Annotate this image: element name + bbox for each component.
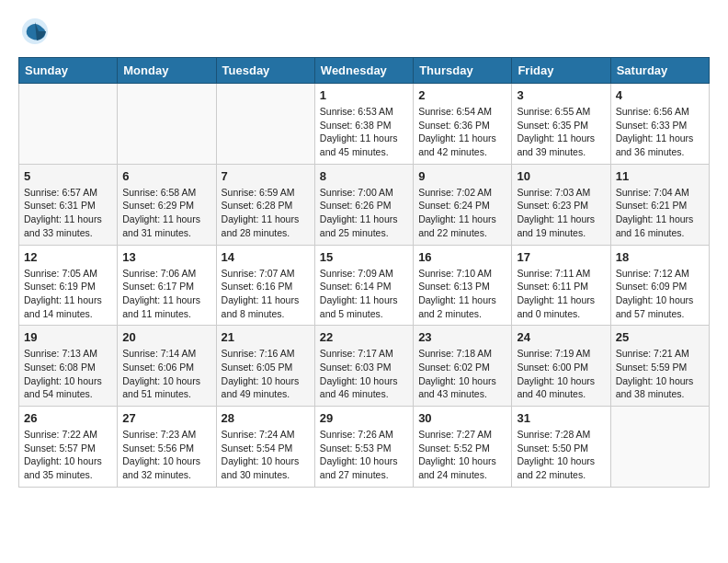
- cell-content: Sunrise: 6:55 AMSunset: 6:35 PMDaylight:…: [517, 105, 605, 159]
- calendar-cell: 17Sunrise: 7:11 AMSunset: 6:11 PMDayligh…: [512, 245, 610, 326]
- day-number: 22: [320, 330, 408, 344]
- day-number: 15: [320, 250, 408, 264]
- weekday-header-wednesday: Wednesday: [314, 58, 413, 84]
- day-number: 19: [24, 330, 112, 344]
- cell-content: Sunrise: 6:56 AMSunset: 6:33 PMDaylight:…: [616, 105, 704, 159]
- cell-content: Sunrise: 7:03 AMSunset: 6:23 PMDaylight:…: [517, 186, 605, 240]
- calendar-cell: 9Sunrise: 7:02 AMSunset: 6:24 PMDaylight…: [414, 164, 512, 245]
- cell-content: Sunrise: 7:13 AMSunset: 6:08 PMDaylight:…: [24, 347, 112, 401]
- page-header: [18, 15, 710, 48]
- calendar-cell: 24Sunrise: 7:19 AMSunset: 6:00 PMDayligh…: [512, 326, 610, 407]
- calendar-cell: 7Sunrise: 6:59 AMSunset: 6:28 PMDaylight…: [216, 164, 314, 245]
- calendar-cell: 8Sunrise: 7:00 AMSunset: 6:26 PMDaylight…: [314, 164, 413, 245]
- cell-content: Sunrise: 6:57 AMSunset: 6:31 PMDaylight:…: [24, 186, 112, 240]
- weekday-header-thursday: Thursday: [414, 58, 512, 84]
- calendar-cell: 1Sunrise: 6:53 AMSunset: 6:38 PMDaylight…: [314, 84, 413, 165]
- day-number: 24: [517, 330, 605, 344]
- day-number: 1: [320, 88, 408, 102]
- day-number: 11: [616, 169, 704, 183]
- day-number: 27: [122, 411, 210, 425]
- day-number: 30: [418, 411, 506, 425]
- calendar-cell: 29Sunrise: 7:26 AMSunset: 5:53 PMDayligh…: [314, 407, 413, 488]
- day-number: 18: [616, 250, 704, 264]
- day-number: 9: [418, 169, 506, 183]
- calendar-week-row: 19Sunrise: 7:13 AMSunset: 6:08 PMDayligh…: [19, 326, 710, 407]
- day-number: 29: [320, 411, 408, 425]
- calendar-cell: 13Sunrise: 7:06 AMSunset: 6:17 PMDayligh…: [118, 245, 216, 326]
- cell-content: Sunrise: 6:54 AMSunset: 6:36 PMDaylight:…: [418, 105, 506, 159]
- cell-content: Sunrise: 7:06 AMSunset: 6:17 PMDaylight:…: [122, 267, 210, 321]
- weekday-header-saturday: Saturday: [610, 58, 709, 84]
- cell-content: Sunrise: 7:02 AMSunset: 6:24 PMDaylight:…: [418, 186, 506, 240]
- calendar-cell: 23Sunrise: 7:18 AMSunset: 6:02 PMDayligh…: [414, 326, 512, 407]
- day-number: 6: [122, 169, 210, 183]
- calendar-cell: 4Sunrise: 6:56 AMSunset: 6:33 PMDaylight…: [610, 84, 709, 165]
- weekday-header-monday: Monday: [118, 58, 216, 84]
- day-number: 16: [418, 250, 506, 264]
- cell-content: Sunrise: 7:07 AMSunset: 6:16 PMDaylight:…: [222, 267, 310, 321]
- weekday-header-sunday: Sunday: [19, 58, 118, 84]
- calendar-cell: 15Sunrise: 7:09 AMSunset: 6:14 PMDayligh…: [314, 245, 413, 326]
- cell-content: Sunrise: 7:11 AMSunset: 6:11 PMDaylight:…: [517, 267, 605, 321]
- cell-content: Sunrise: 7:18 AMSunset: 6:02 PMDaylight:…: [418, 347, 506, 401]
- day-number: 23: [418, 330, 506, 344]
- calendar-cell: [19, 84, 118, 165]
- cell-content: Sunrise: 7:16 AMSunset: 6:05 PMDaylight:…: [222, 347, 310, 401]
- calendar-week-row: 12Sunrise: 7:05 AMSunset: 6:19 PMDayligh…: [19, 245, 710, 326]
- logo: [18, 15, 55, 48]
- cell-content: Sunrise: 7:24 AMSunset: 5:54 PMDaylight:…: [222, 428, 310, 482]
- calendar-cell: 30Sunrise: 7:27 AMSunset: 5:52 PMDayligh…: [414, 407, 512, 488]
- day-number: 8: [320, 169, 408, 183]
- cell-content: Sunrise: 7:19 AMSunset: 6:00 PMDaylight:…: [517, 347, 605, 401]
- day-number: 10: [517, 169, 605, 183]
- cell-content: Sunrise: 7:09 AMSunset: 6:14 PMDaylight:…: [320, 267, 408, 321]
- cell-content: Sunrise: 7:10 AMSunset: 6:13 PMDaylight:…: [418, 267, 506, 321]
- calendar-cell: [118, 84, 216, 165]
- calendar-cell: 18Sunrise: 7:12 AMSunset: 6:09 PMDayligh…: [610, 245, 709, 326]
- cell-content: Sunrise: 7:12 AMSunset: 6:09 PMDaylight:…: [616, 267, 704, 321]
- calendar-cell: [216, 84, 314, 165]
- day-number: 2: [418, 88, 506, 102]
- calendar-cell: 21Sunrise: 7:16 AMSunset: 6:05 PMDayligh…: [216, 326, 314, 407]
- calendar-cell: 11Sunrise: 7:04 AMSunset: 6:21 PMDayligh…: [610, 164, 709, 245]
- calendar-week-row: 1Sunrise: 6:53 AMSunset: 6:38 PMDaylight…: [19, 84, 710, 165]
- calendar-cell: 5Sunrise: 6:57 AMSunset: 6:31 PMDaylight…: [19, 164, 118, 245]
- calendar-table: SundayMondayTuesdayWednesdayThursdayFrid…: [18, 57, 710, 488]
- calendar-cell: 12Sunrise: 7:05 AMSunset: 6:19 PMDayligh…: [19, 245, 118, 326]
- calendar-cell: 22Sunrise: 7:17 AMSunset: 6:03 PMDayligh…: [314, 326, 413, 407]
- calendar-cell: 2Sunrise: 6:54 AMSunset: 6:36 PMDaylight…: [414, 84, 512, 165]
- calendar-cell: 16Sunrise: 7:10 AMSunset: 6:13 PMDayligh…: [414, 245, 512, 326]
- cell-content: Sunrise: 7:26 AMSunset: 5:53 PMDaylight:…: [320, 428, 408, 482]
- calendar-week-row: 26Sunrise: 7:22 AMSunset: 5:57 PMDayligh…: [19, 407, 710, 488]
- calendar-week-row: 5Sunrise: 6:57 AMSunset: 6:31 PMDaylight…: [19, 164, 710, 245]
- cell-content: Sunrise: 6:58 AMSunset: 6:29 PMDaylight:…: [122, 186, 210, 240]
- day-number: 7: [222, 169, 310, 183]
- day-number: 12: [24, 250, 112, 264]
- calendar-cell: 25Sunrise: 7:21 AMSunset: 5:59 PMDayligh…: [610, 326, 709, 407]
- logo-icon: [18, 15, 51, 48]
- day-number: 28: [222, 411, 310, 425]
- day-number: 3: [517, 88, 605, 102]
- day-number: 25: [616, 330, 704, 344]
- weekday-header-tuesday: Tuesday: [216, 58, 314, 84]
- day-number: 31: [517, 411, 605, 425]
- day-number: 26: [24, 411, 112, 425]
- calendar-cell: 28Sunrise: 7:24 AMSunset: 5:54 PMDayligh…: [216, 407, 314, 488]
- calendar-cell: 26Sunrise: 7:22 AMSunset: 5:57 PMDayligh…: [19, 407, 118, 488]
- cell-content: Sunrise: 7:05 AMSunset: 6:19 PMDaylight:…: [24, 267, 112, 321]
- day-number: 20: [122, 330, 210, 344]
- day-number: 5: [24, 169, 112, 183]
- cell-content: Sunrise: 7:28 AMSunset: 5:50 PMDaylight:…: [517, 428, 605, 482]
- cell-content: Sunrise: 7:04 AMSunset: 6:21 PMDaylight:…: [616, 186, 704, 240]
- calendar-cell: 31Sunrise: 7:28 AMSunset: 5:50 PMDayligh…: [512, 407, 610, 488]
- calendar-cell: [610, 407, 709, 488]
- day-number: 21: [222, 330, 310, 344]
- day-number: 4: [616, 88, 704, 102]
- day-number: 17: [517, 250, 605, 264]
- day-number: 13: [122, 250, 210, 264]
- weekday-header-row: SundayMondayTuesdayWednesdayThursdayFrid…: [19, 58, 710, 84]
- cell-content: Sunrise: 7:17 AMSunset: 6:03 PMDaylight:…: [320, 347, 408, 401]
- weekday-header-friday: Friday: [512, 58, 610, 84]
- cell-content: Sunrise: 7:23 AMSunset: 5:56 PMDaylight:…: [122, 428, 210, 482]
- cell-content: Sunrise: 7:27 AMSunset: 5:52 PMDaylight:…: [418, 428, 506, 482]
